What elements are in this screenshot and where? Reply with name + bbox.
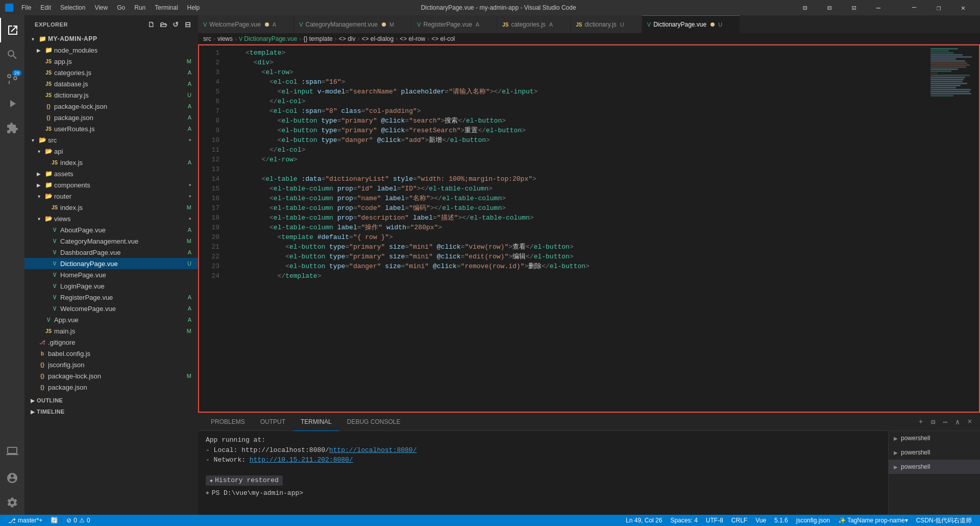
tab-categoriesjs[interactable]: JS categories.js A × xyxy=(497,15,571,33)
terminal-more-button[interactable]: ⋯ xyxy=(940,417,950,427)
breadcrumb-file[interactable]: V DictionaryPage.vue xyxy=(239,35,297,42)
sidebar-item-assets[interactable]: ▶ 📁 assets xyxy=(24,168,198,179)
sidebar-item-packagelock-root[interactable]: ▶ {} package-lock.json M xyxy=(24,370,198,381)
sidebar-item-appvue[interactable]: ▶ V App.vue A xyxy=(24,314,198,325)
sidebar-item-jsconfig[interactable]: ▶ {} jsconfig.json xyxy=(24,359,198,370)
status-csdn[interactable]: CSDN·低代码右道师 xyxy=(912,515,976,526)
sidebar-item-registerpage[interactable]: ▶ V RegisterPage.vue A xyxy=(24,292,198,303)
breadcrumb-div[interactable]: <> div xyxy=(339,35,356,42)
status-spaces[interactable]: Spaces: 4 xyxy=(666,515,701,526)
sidebar-item-dictionarypage[interactable]: ▶ V DictionaryPage.vue U xyxy=(24,258,198,269)
breadcrumb-views[interactable]: views xyxy=(217,35,233,42)
sidebar-item-api-indexjs[interactable]: ▶ JS index.js A xyxy=(24,157,198,168)
activity-run[interactable] xyxy=(0,91,24,116)
activity-extensions[interactable] xyxy=(0,116,24,140)
menu-go[interactable]: Go xyxy=(113,3,129,12)
status-encoding[interactable]: UTF-8 xyxy=(702,515,727,526)
sidebar-item-babelconfig[interactable]: ▶ b babel.config.js xyxy=(24,348,198,359)
refresh-button[interactable]: ↺ xyxy=(170,19,181,30)
sidebar-item-api[interactable]: ▾ 📂 api xyxy=(24,146,198,157)
terminal-actions[interactable]: + ⊟ ⋯ ∧ × xyxy=(916,417,975,427)
network-url-link[interactable]: http://10.15.211.202:8080/ xyxy=(250,456,353,464)
menu-help[interactable]: Help xyxy=(183,3,204,12)
sidebar-item-userroutesjs[interactable]: ▶ JS userRoutes.js A xyxy=(24,123,198,134)
sidebar-item-mainjs[interactable]: ▶ JS main.js M xyxy=(24,325,198,337)
sidebar-item-homepage[interactable]: ▶ V HomePage.vue xyxy=(24,269,198,280)
sidebar-item-router-indexjs[interactable]: ▶ JS index.js M xyxy=(24,202,198,213)
tab-problems[interactable]: PROBLEMS xyxy=(203,413,253,431)
menu-terminal[interactable]: Terminal xyxy=(151,3,182,12)
sidebar-item-databasejs[interactable]: ▶ JS database.js A xyxy=(24,78,198,89)
terminal-panel-1[interactable]: ▶ powershell xyxy=(889,431,980,445)
timeline-section[interactable]: ▶ TIMELINE xyxy=(24,406,198,417)
new-file-button[interactable]: 🗋 xyxy=(146,19,156,30)
menu-run[interactable]: Run xyxy=(130,3,150,12)
close-button[interactable]: ✕ xyxy=(951,0,975,15)
window-controls[interactable]: ⊟ ⊟ ⊡ ⋯ ─ ❐ ✕ xyxy=(793,0,975,15)
layout-icon[interactable]: ⊟ xyxy=(793,0,817,15)
tab-dictionaryjs[interactable]: JS dictionary.js U × xyxy=(571,15,642,33)
sidebar-item-dashboardpage[interactable]: ▶ V DashboardPage.vue A xyxy=(24,247,198,258)
sidebar-item-aboutpage[interactable]: ▶ V AboutPage.vue A xyxy=(24,224,198,235)
terminal-panel-3[interactable]: ▶ powershell xyxy=(889,460,980,474)
menu-bar[interactable]: File Edit Selection View Go Run Terminal… xyxy=(17,3,204,12)
maximize-terminal-button[interactable]: ∧ xyxy=(952,417,963,427)
maximize-button[interactable]: ❐ xyxy=(927,0,950,15)
sidebar-item-loginpage[interactable]: ▶ V LoginPage.vue xyxy=(24,280,198,292)
status-branch[interactable]: ⎇ master*+ xyxy=(4,515,46,526)
sidebar-item-src[interactable]: ▾ 📂 src ● xyxy=(24,134,198,146)
outline-section[interactable]: ▶ OUTLINE xyxy=(24,395,198,406)
sidebar-item-appjs[interactable]: ▶ JS app.js M xyxy=(24,56,198,67)
sidebar-item-node-modules[interactable]: ▶ 📁 node_modules xyxy=(24,44,198,56)
sidebar-item-views[interactable]: ▾ 📂 views ● xyxy=(24,213,198,224)
activity-settings[interactable] xyxy=(0,490,24,515)
status-prettier[interactable]: ✨ TagName prop-name▾ xyxy=(834,515,912,526)
tab-terminal[interactable]: TERMINAL xyxy=(293,413,339,431)
menu-edit[interactable]: Edit xyxy=(36,3,55,12)
status-config[interactable]: jsconfig.json xyxy=(792,515,834,526)
menu-view[interactable]: View xyxy=(90,3,112,12)
sidebar-item-welcomepage[interactable]: ▶ V WelcomePage.vue A xyxy=(24,303,198,314)
sidebar-item-components[interactable]: ▶ 📁 components ● xyxy=(24,179,198,190)
menu-selection[interactable]: Selection xyxy=(56,3,89,12)
status-version[interactable]: 5.1.6 xyxy=(770,515,792,526)
project-root[interactable]: ▾ 📁 MY-ADMIN-APP xyxy=(24,33,198,44)
tab-categorymanagement[interactable]: V CategoryManagement.vue M × xyxy=(294,15,412,33)
tab-welcomepage[interactable]: V WelcomePage.vue A × xyxy=(198,15,294,33)
tab-registerpage[interactable]: V RegisterPage.vue A × xyxy=(412,15,497,33)
tab-output[interactable]: OUTPUT xyxy=(253,413,293,431)
close-terminal-button[interactable]: × xyxy=(965,417,975,427)
new-folder-button[interactable]: 🗁 xyxy=(158,19,168,30)
breadcrumb-template[interactable]: {} template xyxy=(303,35,332,42)
code-content[interactable]: <template> <div> <el-row> <el-col :span=… xyxy=(225,45,928,412)
collapse-all-button[interactable]: ⊟ xyxy=(183,19,193,30)
status-position[interactable]: Ln 49, Col 26 xyxy=(622,515,666,526)
activity-search[interactable] xyxy=(0,42,24,67)
status-eol[interactable]: CRLF xyxy=(727,515,751,526)
menu-file[interactable]: File xyxy=(17,3,35,12)
more-icon[interactable]: ⋯ xyxy=(867,0,890,15)
sidebar-item-packagejson[interactable]: ▶ {} package.json A xyxy=(24,112,198,123)
breadcrumb-eldialog[interactable]: <> el-dialog xyxy=(362,35,394,42)
sidebar-item-gitignore[interactable]: ▶ ⎇ .gitignore xyxy=(24,337,198,348)
status-sync[interactable]: 🔄 xyxy=(46,515,62,526)
editor-layout-icon[interactable]: ⊟ xyxy=(818,0,841,15)
breadcrumb-src[interactable]: src xyxy=(203,35,211,42)
breadcrumb-elcol[interactable]: <> el-col xyxy=(431,35,455,42)
sidebar-item-packagelockjson[interactable]: ▶ {} package-lock.json A xyxy=(24,101,198,112)
sidebar-item-dictionaryjs[interactable]: ▶ JS dictionary.js U xyxy=(24,89,198,101)
new-terminal-button[interactable]: + xyxy=(916,417,926,427)
split-terminal-button[interactable]: ⊟ xyxy=(928,417,938,427)
activity-accounts[interactable] xyxy=(0,466,24,490)
terminal-content[interactable]: App running at: - Local: http://localhos… xyxy=(198,431,888,515)
tab-debug-console[interactable]: DEBUG CONSOLE xyxy=(339,413,408,431)
sidebar-item-package-root[interactable]: ▶ {} package.json xyxy=(24,381,198,393)
sidebar-item-categorymanagement[interactable]: ▶ V CategoryManagement.vue M xyxy=(24,235,198,247)
status-language[interactable]: Vue xyxy=(751,515,770,526)
tab-dictionaryvue[interactable]: V DictionaryPage.vue U × xyxy=(642,15,740,33)
sidebar-item-categoriesjs[interactable]: ▶ JS categories.js A xyxy=(24,67,198,78)
activity-explorer[interactable] xyxy=(0,18,24,42)
sidebar-item-router[interactable]: ▾ 📂 router ● xyxy=(24,190,198,202)
minimize-button[interactable]: ─ xyxy=(902,0,926,15)
terminal-panel-2[interactable]: ▶ powershell xyxy=(889,445,980,460)
